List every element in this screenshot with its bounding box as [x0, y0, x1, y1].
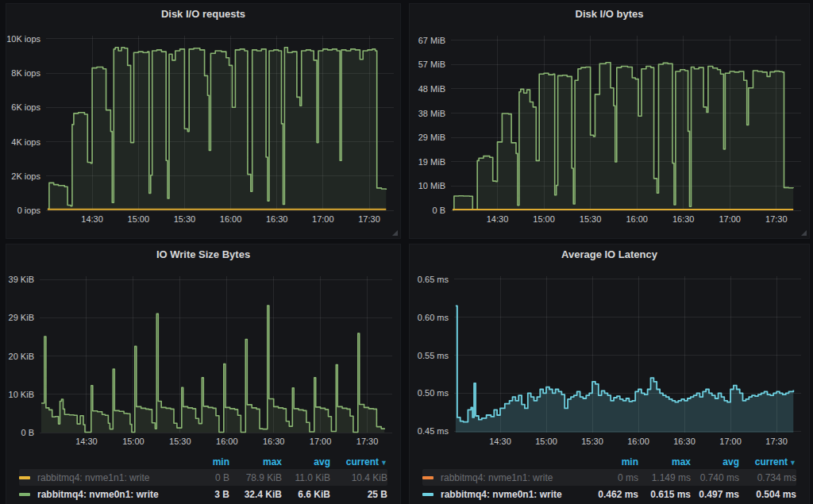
- svg-text:29 MiB: 29 MiB: [418, 133, 445, 142]
- svg-text:2K iops: 2K iops: [11, 171, 40, 181]
- svg-text:10K iops: 10K iops: [6, 34, 40, 44]
- svg-text:10 KiB: 10 KiB: [9, 390, 34, 399]
- legend-stat-max: 0.615 ms: [638, 489, 691, 500]
- legend-header-min[interactable]: min: [592, 456, 638, 467]
- series-color-swatch-icon: [422, 476, 433, 479]
- panel-resize-handle-icon[interactable]: [392, 230, 398, 236]
- legend-stat-avg: 0.497 ms: [691, 489, 739, 500]
- legend-stat-max: 32.4 KiB: [229, 489, 282, 500]
- chart-io-write-size-bytes[interactable]: 0 B10 KiB20 KiB29 KiB39 KiB14:3015:0015:…: [6, 265, 400, 455]
- legend-series-label[interactable]: rabbitmq4: nvme0n1: write: [422, 489, 592, 500]
- legend-header: minmaxavgcurrent▼: [19, 455, 387, 469]
- svg-text:17:30: 17:30: [765, 214, 788, 224]
- svg-text:19 MiB: 19 MiB: [418, 157, 445, 167]
- chart-disk-io-bytes[interactable]: 0 B10 MiB19 MiB29 MiB38 MiB48 MiB57 MiB6…: [410, 25, 809, 238]
- svg-text:17:30: 17:30: [358, 214, 380, 224]
- legend-series-label[interactable]: rabbitmq4: nvme1n1: write: [422, 472, 592, 483]
- panel-io-write-size-bytes: IO Write Size Bytes 0 B10 KiB20 KiB29 Ki…: [6, 244, 400, 504]
- legend-row: rabbitmq4: nvme1n1: write0 ms1.149 ms0.7…: [422, 469, 796, 486]
- svg-text:0.55 ms: 0.55 ms: [418, 351, 449, 360]
- legend-row: rabbitmq4: nvme0n1: write0.462 ms0.615 m…: [422, 486, 796, 502]
- panel-title-io-write-size-bytes[interactable]: IO Write Size Bytes: [6, 244, 400, 265]
- legend-stat-max: 1.149 ms: [638, 472, 691, 483]
- svg-text:16:30: 16:30: [673, 437, 695, 446]
- panel-title-average-io-latency[interactable]: Average IO Latency: [410, 244, 809, 265]
- legend-stat-avg: 0.740 ms: [691, 472, 739, 483]
- svg-text:0 B: 0 B: [432, 206, 445, 215]
- svg-text:16:00: 16:00: [216, 437, 238, 446]
- plot-average-io-latency[interactable]: 0.45 ms0.50 ms0.55 ms0.60 ms0.65 ms14:30…: [410, 265, 809, 455]
- svg-text:6K iops: 6K iops: [11, 102, 40, 112]
- panel-disk-io-bytes: Disk I/O bytes 0 B10 MiB19 MiB29 MiB38 M…: [410, 4, 809, 238]
- svg-text:48 MiB: 48 MiB: [418, 84, 445, 94]
- svg-text:14:30: 14:30: [75, 437, 98, 446]
- plot-io-write-size-bytes[interactable]: 0 B10 KiB20 KiB29 KiB39 KiB14:3015:0015:…: [6, 265, 400, 455]
- svg-text:16:30: 16:30: [672, 214, 695, 224]
- svg-text:16:30: 16:30: [263, 437, 285, 446]
- legend-header-max[interactable]: max: [638, 456, 691, 467]
- series-color-swatch-icon: [19, 493, 30, 496]
- plot-disk-io-bytes[interactable]: 0 B10 MiB19 MiB29 MiB38 MiB48 MiB57 MiB6…: [410, 25, 809, 238]
- svg-text:15:00: 15:00: [535, 437, 557, 446]
- svg-text:17:00: 17:00: [312, 214, 334, 224]
- svg-text:57 MiB: 57 MiB: [418, 60, 445, 69]
- svg-text:14:30: 14:30: [81, 214, 103, 224]
- legend-stat-current: 10.4 KiB: [330, 472, 387, 483]
- svg-text:15:00: 15:00: [122, 437, 144, 446]
- legend-row: rabbitmq4: nvme1n1: write0 B78.9 KiB11.0…: [19, 469, 387, 486]
- svg-text:15:00: 15:00: [128, 214, 150, 224]
- svg-text:0.45 ms: 0.45 ms: [418, 426, 449, 436]
- svg-text:0.65 ms: 0.65 ms: [418, 275, 449, 284]
- legend-stat-current: 0.504 ms: [739, 489, 796, 500]
- svg-text:4K iops: 4K iops: [11, 137, 40, 147]
- svg-text:14:30: 14:30: [489, 437, 511, 446]
- svg-text:0 iops: 0 iops: [17, 206, 41, 215]
- legend-stat-current: 25 B: [330, 489, 387, 500]
- svg-text:0 B: 0 B: [21, 428, 34, 437]
- legend-row: rabbitmq4: nvme0n1: write3 B32.4 KiB6.6 …: [19, 486, 387, 502]
- svg-text:15:00: 15:00: [533, 214, 555, 224]
- svg-text:16:00: 16:00: [626, 214, 648, 224]
- svg-text:16:00: 16:00: [220, 214, 242, 224]
- svg-text:15:30: 15:30: [169, 437, 191, 446]
- legend-header-avg[interactable]: avg: [691, 456, 739, 467]
- svg-text:17:00: 17:00: [310, 437, 332, 446]
- legend-header-avg[interactable]: avg: [282, 456, 330, 467]
- svg-text:0.60 ms: 0.60 ms: [418, 313, 449, 322]
- panel-disk-io-requests: Disk I/O requests 0 iops2K iops4K iops6K…: [6, 4, 400, 238]
- plot-disk-io-requests[interactable]: 0 iops2K iops4K iops6K iops8K iops10K io…: [6, 25, 400, 238]
- panel-title-disk-io-requests[interactable]: Disk I/O requests: [6, 4, 400, 25]
- svg-text:16:30: 16:30: [266, 214, 288, 224]
- panel-average-io-latency: Average IO Latency 0.45 ms0.50 ms0.55 ms…: [410, 244, 809, 504]
- panel-title-disk-io-bytes[interactable]: Disk I/O bytes: [410, 4, 809, 25]
- svg-text:16:00: 16:00: [627, 437, 649, 446]
- legend-series-label[interactable]: rabbitmq4: nvme1n1: write: [19, 472, 183, 483]
- panel-resize-handle-icon[interactable]: [801, 230, 807, 236]
- svg-text:38 MiB: 38 MiB: [418, 109, 445, 118]
- series-color-swatch-icon: [19, 476, 30, 479]
- legend-header-min[interactable]: min: [183, 456, 229, 467]
- legend-average-io-latency: minmaxavgcurrent▼rabbitmq4: nvme1n1: wri…: [410, 455, 809, 504]
- svg-text:14:30: 14:30: [487, 214, 509, 224]
- svg-text:15:30: 15:30: [581, 437, 603, 446]
- series-color-swatch-icon: [422, 493, 433, 496]
- legend-stat-avg: 11.0 KiB: [282, 472, 330, 483]
- svg-text:17:00: 17:00: [719, 214, 741, 224]
- legend-series-label[interactable]: rabbitmq4: nvme0n1: write: [19, 489, 183, 500]
- grafana-dashboard: { "theme": { "page_background": "#0e0f12…: [0, 0, 813, 504]
- legend-stat-min: 0 ms: [592, 472, 638, 483]
- legend-io-write-size-bytes: minmaxavgcurrent▼rabbitmq4: nvme1n1: wri…: [6, 455, 400, 504]
- svg-text:15:30: 15:30: [580, 214, 602, 224]
- chart-average-io-latency[interactable]: 0.45 ms0.50 ms0.55 ms0.60 ms0.65 ms14:30…: [410, 265, 809, 455]
- svg-text:17:30: 17:30: [765, 437, 788, 446]
- legend-header-current[interactable]: current▼: [330, 456, 387, 467]
- svg-text:29 KiB: 29 KiB: [9, 313, 34, 322]
- svg-text:8K iops: 8K iops: [11, 68, 40, 78]
- legend-header-max[interactable]: max: [229, 456, 282, 467]
- svg-text:39 KiB: 39 KiB: [9, 275, 34, 284]
- svg-text:20 KiB: 20 KiB: [9, 352, 34, 361]
- legend-header-current[interactable]: current▼: [739, 456, 796, 467]
- chart-disk-io-requests[interactable]: 0 iops2K iops4K iops6K iops8K iops10K io…: [6, 25, 400, 238]
- svg-text:10 MiB: 10 MiB: [418, 181, 445, 190]
- legend-stat-min: 0.462 ms: [592, 489, 638, 500]
